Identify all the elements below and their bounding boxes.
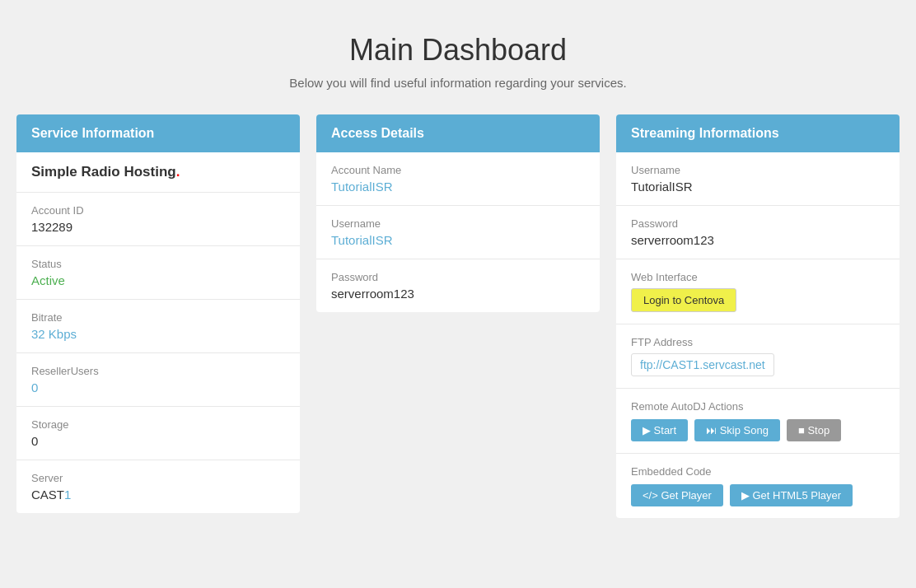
access-username-value: TutorialISR <box>331 233 585 247</box>
autodj-buttons: ▶ Start ⏭ Skip Song ■ Stop <box>631 416 885 441</box>
reseller-label: ResellerUsers <box>31 365 285 377</box>
get-player-button[interactable]: </> Get Player <box>631 484 723 506</box>
storage-value: 0 <box>31 434 285 448</box>
access-details-body: Account Name TutorialISR Username Tutori… <box>316 152 600 312</box>
service-name-row: Simple Radio Hosting. <box>16 152 300 193</box>
stop-button[interactable]: ■ Stop <box>787 419 841 441</box>
status-label: Status <box>31 258 285 270</box>
get-html5-player-button[interactable]: ▶ Get HTML5 Player <box>730 484 853 506</box>
stream-username-row: Username TutorialISR <box>616 152 900 206</box>
server-label: Server <box>31 472 285 484</box>
page-header: Main Dashboard Below you will find usefu… <box>0 0 916 114</box>
account-id-row: Account ID 132289 <box>16 193 300 246</box>
bitrate-label: Bitrate <box>31 311 285 324</box>
stream-password-label: Password <box>631 217 885 230</box>
streaming-info-header: Streaming Informations <box>616 114 900 152</box>
service-name: Simple Radio Hosting. <box>31 164 285 180</box>
ftp-address-link[interactable]: ftp://CAST1.servcast.net <box>631 353 774 376</box>
access-username-row: Username TutorialISR <box>316 206 600 259</box>
access-password-value: serverroom123 <box>331 287 585 301</box>
server-row: Server CAST1 <box>16 460 300 513</box>
access-details-card: Access Details Account Name TutorialISR … <box>316 114 600 312</box>
reseller-row: ResellerUsers 0 <box>16 353 300 407</box>
access-username-label: Username <box>331 217 585 230</box>
storage-row: Storage 0 <box>16 407 300 460</box>
streaming-info-card: Streaming Informations Username Tutorial… <box>616 114 900 518</box>
autodj-label: Remote AutoDJ Actions <box>631 400 885 413</box>
web-interface-row: Web Interface Login to Centova <box>616 259 900 324</box>
stream-username-label: Username <box>631 164 885 176</box>
login-centova-button[interactable]: Login to Centova <box>631 288 736 312</box>
account-id-label: Account ID <box>31 204 285 217</box>
account-name-value: TutorialISR <box>331 180 585 194</box>
embedded-code-row: Embedded Code </> Get Player ▶ Get HTML5… <box>616 454 900 518</box>
start-button[interactable]: ▶ Start <box>631 419 688 441</box>
ftp-address-row: FTP Address ftp://CAST1.servcast.net <box>616 324 900 389</box>
page-subtitle: Below you will find useful information r… <box>16 76 900 90</box>
embedded-buttons: </> Get Player ▶ Get HTML5 Player <box>631 481 885 506</box>
stream-password-row: Password serverroom123 <box>616 206 900 259</box>
server-value: CAST1 <box>31 488 285 502</box>
reseller-value: 0 <box>31 380 285 394</box>
account-name-row: Account Name TutorialISR <box>316 152 600 206</box>
skip-song-button[interactable]: ⏭ Skip Song <box>694 419 780 441</box>
streaming-info-body: Username TutorialISR Password serverroom… <box>616 152 900 518</box>
ftp-address-label: FTP Address <box>631 336 885 348</box>
access-password-row: Password serverroom123 <box>316 259 600 312</box>
storage-label: Storage <box>31 418 285 431</box>
red-dot: . <box>176 164 180 180</box>
access-details-header: Access Details <box>316 114 600 152</box>
service-info-header: Service Information <box>16 114 300 152</box>
embedded-code-label: Embedded Code <box>631 465 885 478</box>
access-password-label: Password <box>331 271 585 283</box>
bitrate-value: 32 Kbps <box>31 327 285 341</box>
status-value: Active <box>31 273 285 287</box>
autodj-row: Remote AutoDJ Actions ▶ Start ⏭ Skip Son… <box>616 389 900 454</box>
account-id-value: 132289 <box>31 220 285 234</box>
dashboard-grid: Service Information Simple Radio Hosting… <box>0 114 916 534</box>
page-title: Main Dashboard <box>16 33 900 68</box>
bitrate-row: Bitrate 32 Kbps <box>16 300 300 353</box>
stream-password-value: serverroom123 <box>631 233 885 247</box>
account-name-label: Account Name <box>331 164 585 176</box>
web-interface-label: Web Interface <box>631 271 885 283</box>
stream-username-value: TutorialISR <box>631 180 885 194</box>
status-row: Status Active <box>16 246 300 300</box>
service-info-body: Simple Radio Hosting. Account ID 132289 … <box>16 152 300 513</box>
service-info-card: Service Information Simple Radio Hosting… <box>16 114 300 513</box>
